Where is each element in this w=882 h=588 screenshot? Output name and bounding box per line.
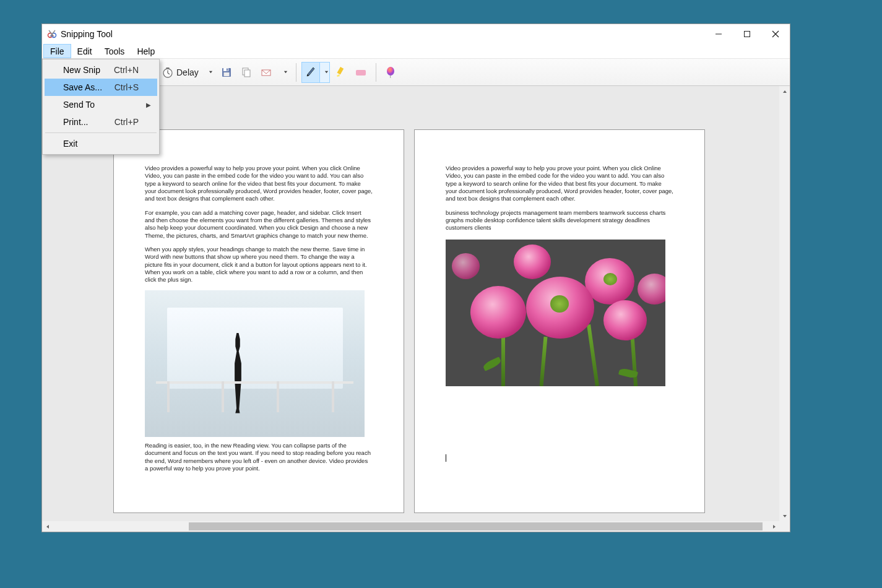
file-menu-new-snip[interactable]: New Snip Ctrl+N [45,61,157,79]
file-menu-save-as[interactable]: Save As... Ctrl+S [45,79,157,96]
envelope-icon [260,66,272,79]
menu-file[interactable]: File [43,44,71,58]
balloon-icon [384,66,397,79]
pen-dropdown[interactable] [320,62,330,83]
highlighter-icon [334,66,347,79]
delay-dropdown[interactable] [202,62,216,83]
menu-separator [45,132,157,133]
vertical-scrollbar[interactable] [779,86,790,521]
page1-para2: For example, you can add a matching cove… [145,209,373,240]
menu-edit[interactable]: Edit [71,44,98,58]
menu-item-label: Print... [63,117,88,127]
horizontal-scrollbar[interactable] [42,521,779,532]
file-menu-send-to[interactable]: Send To ▶ [45,96,157,113]
scroll-corner [779,521,790,532]
file-menu-exit[interactable]: Exit [45,135,157,152]
menu-item-shortcut: Ctrl+S [115,82,139,92]
menu-item-shortcut: Ctrl+N [114,65,139,75]
menu-item-shortcut: Ctrl+P [115,117,139,127]
image-office [145,290,365,437]
scroll-left-arrow[interactable] [42,521,53,532]
clock-icon [162,66,174,79]
page2-para1: Video provides a powerful way to help yo… [446,165,673,203]
send-dropdown[interactable] [277,62,291,83]
file-menu-dropdown: New Snip Ctrl+N Save As... Ctrl+S Send T… [42,59,160,155]
menu-tools[interactable]: Tools [98,44,131,58]
toolbar-divider [296,63,296,82]
svg-rect-5 [745,32,750,37]
menu-item-label: Exit [63,139,77,149]
svg-rect-15 [223,72,229,76]
save-button[interactable] [217,62,236,83]
svg-rect-17 [244,70,250,77]
file-menu-print[interactable]: Print... Ctrl+P [45,113,157,131]
copy-button[interactable] [237,62,256,83]
window-controls [704,24,790,44]
chevron-down-icon [283,70,288,74]
submenu-arrow-icon: ▶ [146,102,151,108]
pen-icon [305,66,317,79]
page1-para1: Video provides a powerful way to help yo… [145,165,373,203]
snipping-tool-icon [47,29,57,39]
app-window: Snipping Tool File Edit Tools Help Delay [41,24,790,532]
close-button[interactable] [761,24,790,44]
minimize-button[interactable] [704,24,733,44]
svg-rect-11 [166,67,170,69]
svg-rect-14 [227,68,228,71]
highlighter-button[interactable] [331,62,350,83]
scroll-right-arrow[interactable] [769,521,779,532]
toolbar-divider [376,63,376,82]
image-flowers [446,240,665,386]
maximize-button[interactable] [733,24,761,44]
menu-help[interactable]: Help [131,44,161,58]
titlebar: Snipping Tool [42,24,790,44]
svg-point-21 [387,67,394,76]
menubar: File Edit Tools Help [42,44,790,59]
copy-icon [240,66,253,79]
app-title: Snipping Tool [61,29,113,39]
text-cursor [446,454,446,462]
svg-rect-19 [337,66,344,74]
page1-para3: When you apply styles, your headings cha… [145,246,373,284]
floppy-icon [220,66,233,79]
paint3d-button[interactable] [381,62,400,83]
eraser-button[interactable] [351,62,371,83]
svg-rect-20 [356,70,366,76]
menu-item-label: New Snip [63,65,100,75]
eraser-icon [354,67,368,78]
chevron-down-icon [324,70,329,74]
page-2: Video provides a powerful way to help yo… [414,129,705,513]
scroll-up-arrow[interactable] [779,86,790,97]
delay-label: Delay [176,67,199,77]
menu-item-label: Save As... [63,82,102,92]
chevron-down-icon [209,70,213,74]
page2-para2: business technology projects management … [446,209,673,232]
delay-button[interactable]: Delay [158,62,201,83]
menu-item-label: Send To [63,100,95,110]
send-snip-button[interactable] [257,62,275,83]
scroll-horizontal-thumb[interactable] [189,522,763,530]
pen-button[interactable] [301,62,330,83]
page-1: Video provides a powerful way to help yo… [113,129,404,513]
scroll-down-arrow[interactable] [779,511,790,521]
page1-para4: Reading is easier, too, in the new Readi… [145,442,373,472]
